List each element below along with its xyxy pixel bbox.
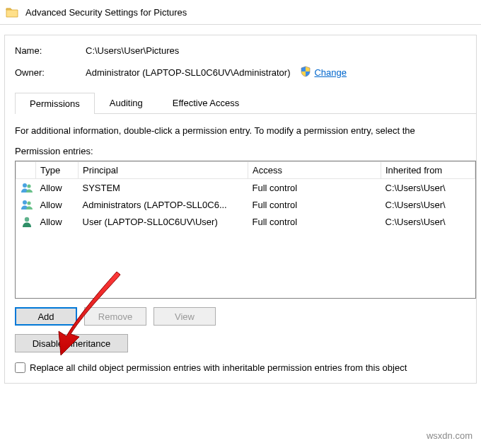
owner-row: Owner: Administrator (LAPTOP-SLL0C6UV\Ad… [15,66,476,79]
table-row[interactable]: AllowUser (LAPTOP-SLL0C6UV\User)Full con… [16,213,475,230]
tab-auditing[interactable]: Auditing [95,92,158,113]
disable-inheritance-button[interactable]: Disable inheritance [15,334,128,352]
tab-effective-access[interactable]: Effective Access [158,92,254,113]
permission-entries-label: Permission entries: [15,146,476,156]
main-panel: Name: C:\Users\User\Pictures Owner: Admi… [4,35,477,384]
svg-point-3 [27,201,30,205]
principal-icon [16,213,36,230]
permissions-info-text: For additional information, double-click… [15,125,476,136]
tab-content-permissions: For additional information, double-click… [15,114,476,373]
watermark: wsxdn.com [427,430,473,441]
cell-access: Full control [248,179,381,197]
replace-children-row[interactable]: Replace all child object permission entr… [15,362,476,373]
principal-icon [16,196,36,213]
name-label: Name: [15,45,86,56]
window-titlebar: Advanced Security Settings for Pictures [0,0,481,25]
tab-permissions[interactable]: Permissions [15,93,95,114]
name-value: C:\Users\User\Pictures [86,45,179,56]
entry-buttons-row: Add Remove View [15,307,476,326]
cell-principal: SYSTEM [79,179,248,197]
cell-inherited: C:\Users\User\ [381,213,475,230]
change-owner-link[interactable]: Change [314,67,347,78]
cell-type: Allow [36,213,79,230]
name-row: Name: C:\Users\User\Pictures [15,45,476,56]
shield-icon [300,66,311,79]
svg-point-4 [24,217,28,222]
cell-principal: Administrators (LAPTOP-SLL0C6... [79,196,248,213]
owner-label: Owner: [15,67,86,78]
svg-point-1 [27,184,30,188]
replace-children-label: Replace all child object permission entr… [30,362,407,373]
cell-inherited: C:\Users\User\ [381,196,475,213]
cell-type: Allow [36,196,79,213]
owner-value: Administrator (LAPTOP-SLL0C6UV\Administr… [86,67,290,78]
view-button: View [153,307,216,326]
cell-type: Allow [36,179,79,197]
add-button[interactable]: Add [15,307,77,326]
header-icon[interactable] [16,162,36,179]
cell-principal: User (LAPTOP-SLL0C6UV\User) [79,213,248,230]
svg-point-0 [23,183,27,188]
window-title: Advanced Security Settings for Pictures [25,7,187,18]
cell-inherited: C:\Users\User\ [381,179,475,197]
cell-access: Full control [248,196,381,213]
svg-point-2 [23,200,27,205]
header-inherited[interactable]: Inherited from [381,162,475,179]
folder-icon [6,6,18,18]
table-row[interactable]: AllowAdministrators (LAPTOP-SLL0C6...Ful… [16,196,475,213]
header-access[interactable]: Access [248,162,381,179]
permission-entries-list[interactable]: Type Principal Access Inherited from All… [15,161,476,299]
remove-button: Remove [84,307,146,326]
table-row[interactable]: AllowSYSTEMFull controlC:\Users\User\ [16,179,475,197]
principal-icon [16,179,36,197]
cell-access: Full control [248,213,381,230]
inheritance-buttons-row: Disable inheritance [15,334,476,352]
header-type[interactable]: Type [36,162,79,179]
replace-children-checkbox[interactable] [15,362,25,373]
entries-header-row: Type Principal Access Inherited from [16,162,475,179]
header-principal[interactable]: Principal [79,162,248,179]
tabs-bar: Permissions Auditing Effective Access [15,92,476,114]
